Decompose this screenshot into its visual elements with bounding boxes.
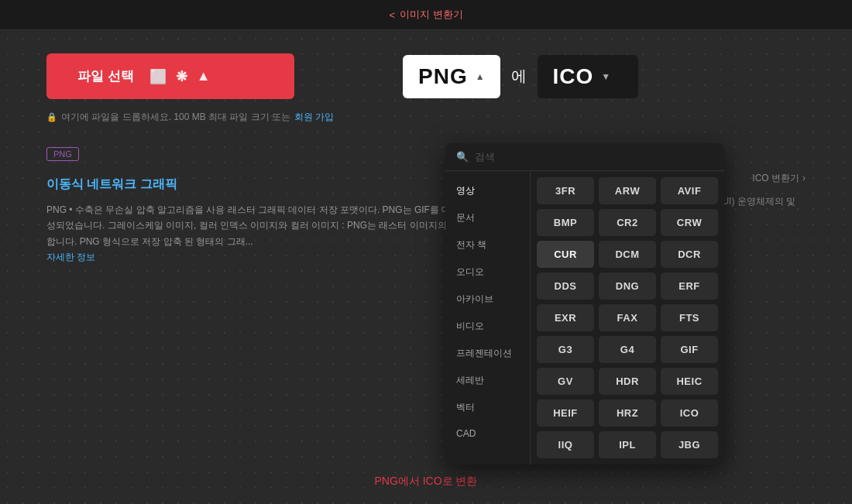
signup-link[interactable]: 회원 가입 xyxy=(294,111,334,124)
lock-icon: 🔒 xyxy=(46,112,57,122)
format-btn-heic[interactable]: HEIC xyxy=(661,368,718,395)
category-item-archive[interactable]: 아카이브 xyxy=(445,286,530,313)
format-to-label: 에 xyxy=(507,66,531,87)
format-btn-fts[interactable]: FTS xyxy=(661,304,718,331)
format-selector: PNG ▲ 에 ICO ▼ xyxy=(403,55,638,98)
format-from-button[interactable]: PNG ▲ xyxy=(403,55,500,98)
format-to-text: ICO xyxy=(553,64,594,89)
format-btn-dng[interactable]: DNG xyxy=(599,273,656,300)
format-btn-fax[interactable]: FAX xyxy=(599,304,656,331)
header-title-text: 이미지 변환기 xyxy=(400,8,463,22)
format-btn-dds[interactable]: DDS xyxy=(537,273,594,300)
category-item-cad[interactable]: CAD xyxy=(445,421,530,446)
format-to-arrow-icon: ▼ xyxy=(601,71,610,82)
format-btn-g3[interactable]: G3 xyxy=(537,336,594,363)
dropbox-icon: ❋ xyxy=(176,68,187,85)
drive-icon: ▲ xyxy=(197,68,211,84)
category-item-vector[interactable]: 벡터 xyxy=(445,394,530,421)
category-item-document[interactable]: 문서 xyxy=(445,204,530,231)
format-btn-hdr[interactable]: HDR xyxy=(599,368,656,395)
format-to-button[interactable]: ICO ▼ xyxy=(538,55,638,98)
format-btn-hrz[interactable]: HRZ xyxy=(599,399,656,427)
format-btn-cur[interactable]: CUR xyxy=(537,241,594,268)
ico-convert-link-text: ICO 변환기 xyxy=(752,170,799,186)
header: < 이미지 변환기 xyxy=(0,0,852,30)
search-box: 🔍 xyxy=(445,143,724,171)
format-btn-ipl[interactable]: IPL xyxy=(599,431,656,458)
format-btn-cr2[interactable]: CR2 xyxy=(599,209,656,236)
upload-button[interactable]: 파일 선택 ⬜ ❋ ▲ xyxy=(46,53,294,99)
format-btn-crw[interactable]: CRW xyxy=(661,209,718,236)
format-btn-gv[interactable]: GV xyxy=(537,368,594,395)
format-btn-avif[interactable]: AVIF xyxy=(661,177,718,204)
format-btn-exr[interactable]: EXR xyxy=(537,304,594,331)
article-tag: PNG xyxy=(46,147,79,161)
upload-icons: ⬜ ❋ ▲ xyxy=(149,68,211,85)
upload-button-label: 파일 선택 xyxy=(77,67,134,85)
main-content: 파일 선택 ⬜ ❋ ▲ PNG ▲ 에 ICO ▼ 🔒 여기에 파일을 드롭하세… xyxy=(0,30,852,297)
format-btn-heif[interactable]: HEIF xyxy=(537,399,594,427)
search-icon: 🔍 xyxy=(456,151,469,163)
ico-convert-link[interactable]: ICO 변환기 › xyxy=(752,170,806,186)
format-btn-dcm[interactable]: DCM xyxy=(599,241,656,268)
format-btn-dcr[interactable]: DCR xyxy=(661,241,718,268)
category-item-video[interactable]: 영상 xyxy=(445,177,530,204)
category-item-ebook[interactable]: 전자 책 xyxy=(445,231,530,259)
format-dropdown: 🔍 영상문서전자 책오디오아카이브비디오프레젠테이션세레반벡터CAD 3FRAR… xyxy=(445,143,724,465)
category-item-video2[interactable]: 비디오 xyxy=(445,313,530,340)
upload-row: 파일 선택 ⬜ ❋ ▲ PNG ▲ 에 ICO ▼ xyxy=(46,53,806,99)
file-icon: ⬜ xyxy=(149,68,167,85)
format-btn-gif[interactable]: GIF xyxy=(661,336,718,363)
format-btn-erf[interactable]: ERF xyxy=(661,273,718,300)
format-btn-iiq[interactable]: IIQ xyxy=(537,431,594,458)
category-item-audio[interactable]: 오디오 xyxy=(445,259,530,286)
format-from-text: PNG xyxy=(418,64,468,89)
arrow-right-icon-2: › xyxy=(802,170,806,186)
formats-grid: 3FRARWAVIFBMPCR2CRWCURDCMDCRDDSDNGERFEXR… xyxy=(531,171,724,465)
category-item-sereban[interactable]: 세레반 xyxy=(445,367,530,394)
drop-hint-text: 여기에 파일을 드롭하세요. 100 MB 최대 파일 크기 또는 xyxy=(61,111,290,124)
format-btn-g4[interactable]: G4 xyxy=(599,336,656,363)
format-btn-3fr[interactable]: 3FR xyxy=(537,177,594,204)
dropdown-body: 영상문서전자 책오디오아카이브비디오프레젠테이션세레반벡터CAD 3FRARWA… xyxy=(445,171,724,465)
format-from-arrow-icon: ▲ xyxy=(476,71,485,82)
search-input[interactable] xyxy=(475,151,713,163)
categories-list: 영상문서전자 책오디오아카이브비디오프레젠테이션세레반벡터CAD xyxy=(445,171,531,465)
category-item-presentation[interactable]: 프레젠테이션 xyxy=(445,340,530,367)
format-btn-ico[interactable]: ICO xyxy=(661,399,718,427)
format-btn-arw[interactable]: ARW xyxy=(599,177,656,204)
drop-hint: 🔒 여기에 파일을 드롭하세요. 100 MB 최대 파일 크기 또는 회원 가… xyxy=(46,111,806,124)
back-arrow-icon[interactable]: < xyxy=(389,9,395,21)
header-title: < 이미지 변환기 xyxy=(0,8,852,22)
format-btn-jbg[interactable]: JBG xyxy=(661,431,718,458)
format-btn-bmp[interactable]: BMP xyxy=(537,209,594,236)
bottom-text: PNG에서 ICO로 변환 xyxy=(374,475,477,489)
detail-link[interactable]: 자세한 정보 xyxy=(46,252,95,262)
